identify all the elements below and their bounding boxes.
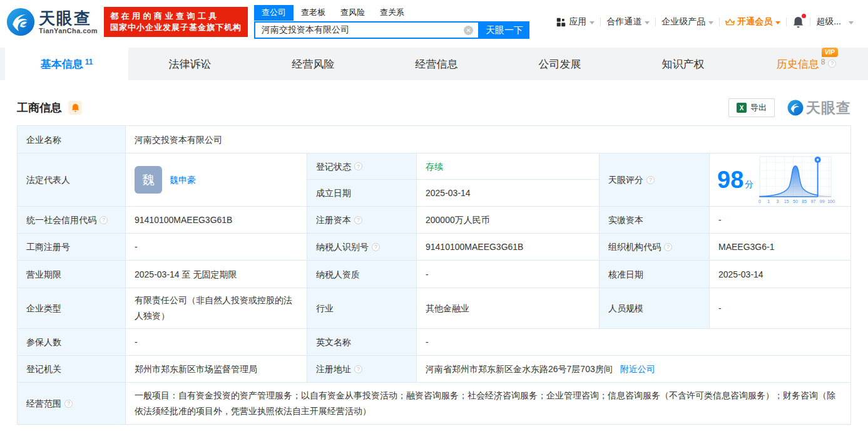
chevron-down-icon: [775, 21, 780, 24]
field-label-reg-status: 登记状态 ?: [307, 153, 417, 180]
field-label-org-code: 组织机构代码 ?: [600, 234, 710, 261]
field-value-business-term: 2025-03-14 至 无固定期限: [126, 261, 307, 288]
nearby-companies-link[interactable]: 附近公司: [620, 361, 655, 376]
help-icon[interactable]: ?: [354, 365, 362, 373]
tab-risk[interactable]: 经营风险: [252, 48, 375, 80]
tianyancha-swirl-icon: [787, 100, 804, 116]
field-value-credit-code: 91410100MAEEG3G61B: [126, 207, 307, 234]
field-label-insured-count: 参保人数: [18, 329, 126, 356]
tab-development[interactable]: 公司发展: [498, 48, 621, 80]
field-label-score: 天眼评分 ?: [600, 153, 710, 207]
tab-operation-label: 经营信息: [416, 57, 458, 71]
field-label-credit-code: 统一社会信用代码 ?: [18, 207, 126, 234]
field-value-legal-rep: 魏 魏申豪: [126, 153, 307, 207]
svg-text:50: 50: [793, 199, 798, 204]
tab-basic-count: 11: [85, 58, 93, 66]
help-icon[interactable]: ?: [100, 216, 108, 224]
business-scope-label-text: 经营范围: [26, 396, 61, 411]
chevron-down-icon: [645, 21, 650, 24]
tianyancha-logo[interactable]: 天眼查 TianYanCha.com: [6, 8, 98, 36]
help-icon[interactable]: ?: [372, 243, 380, 251]
top-nav: 应用 合作通道 企业级产品 开通会员: [551, 16, 859, 28]
field-label-reg-capital: 注册资本 ?: [307, 207, 417, 234]
tab-ip-label: 知识产权: [662, 57, 705, 71]
field-value-paid-capital: -: [710, 207, 850, 234]
tab-ip[interactable]: 知识产权: [621, 48, 745, 80]
legal-rep-link[interactable]: 魏申豪: [170, 172, 196, 187]
svg-text:99: 99: [820, 199, 825, 204]
field-label-english-name: 英文名称: [307, 329, 417, 356]
field-value-score: 98 分: [710, 153, 850, 207]
main-content: 工商信息 X 导出 天眼查: [0, 98, 868, 425]
clear-search-icon[interactable]: ✕: [464, 26, 473, 35]
nav-partner-label: 合作通道: [606, 16, 641, 28]
notification-bell[interactable]: [787, 16, 810, 28]
tab-legal[interactable]: 法律诉讼: [128, 48, 252, 80]
avatar[interactable]: 魏: [135, 166, 162, 194]
section-title: 工商信息: [17, 100, 62, 115]
nav-account-label: 超级...: [816, 16, 841, 28]
field-label-establish-date: 成立日期: [307, 180, 417, 207]
search-button[interactable]: 天眼一下: [479, 21, 529, 39]
section-header: 工商信息 X 导出 天眼查: [17, 98, 851, 118]
crown-icon: [725, 18, 735, 26]
svg-text:97: 97: [811, 199, 816, 204]
export-label: 导出: [750, 102, 767, 113]
company-tabbar: 基本信息 11 法律诉讼 经营风险 经营信息 公司发展 知识产权 历史信息 8 …: [0, 48, 868, 80]
field-value-taxpayer-id: 91410100MAEEG3G61B: [417, 234, 600, 261]
score-number: 98: [717, 168, 743, 192]
svg-text:1: 1: [768, 199, 770, 204]
tab-history[interactable]: 历史信息 8 ? VIP: [745, 48, 868, 80]
help-icon[interactable]: ?: [664, 243, 672, 251]
brand-slogan-badge: 都在用的商业查询工具 国家中小企业发展子基金旗下机构: [104, 7, 248, 37]
field-value-reg-capital: 200000万人民币: [417, 207, 600, 234]
help-icon[interactable]: ?: [354, 162, 362, 170]
help-icon[interactable]: ?: [646, 176, 655, 184]
field-value-establish-date: 2025-03-14: [417, 180, 600, 207]
tab-basic-info[interactable]: 基本信息 11: [5, 48, 128, 80]
score-label-text: 天眼评分: [608, 172, 643, 187]
nav-enterprise-product[interactable]: 企业级产品: [656, 16, 719, 28]
search-tab-risk[interactable]: 查风险: [333, 5, 372, 21]
search-area: 查公司 查老板 查风险 查关系 ✕ 天眼一下: [254, 5, 529, 39]
nav-account-menu[interactable]: 超级...: [810, 16, 859, 28]
nav-vip-label: 开通会员: [737, 16, 772, 28]
chevron-down-icon: [590, 21, 595, 24]
help-icon[interactable]: ?: [64, 400, 73, 408]
tianyancha-company-page: 天眼查 TianYanCha.com 都在用的商业查询工具 国家中小企业发展子基…: [0, 0, 868, 431]
search-tab-relation[interactable]: 查关系: [372, 5, 412, 21]
field-label-reg-address: 注册地址 ?: [307, 356, 417, 383]
svg-text:85: 85: [802, 199, 807, 204]
slogan-line2: 国家中小企业发展子基金旗下机构: [110, 22, 242, 33]
field-value-reg-address: 河南省郑州市郑东新区金水东路26号7层703房间 附近公司: [417, 356, 850, 383]
org-code-label-text: 组织机构代码: [608, 239, 661, 254]
nav-partner-channel[interactable]: 合作通道: [601, 16, 655, 28]
search-box: ✕: [254, 21, 479, 39]
search-tab-company[interactable]: 查公司: [254, 5, 294, 21]
logo-domain: TianYanCha.com: [39, 27, 98, 34]
field-value-insured-count: -: [126, 329, 307, 356]
chevron-down-icon: [708, 21, 713, 24]
nav-open-vip[interactable]: 开通会员: [720, 16, 786, 28]
nav-apps[interactable]: 应用: [551, 16, 600, 28]
help-icon[interactable]: ?: [828, 60, 836, 68]
score-distribution-chart[interactable]: 0131550859799100: [757, 154, 836, 205]
field-label-taxpayer-quality: 纳税人资质: [307, 261, 417, 288]
field-label-staff-size: 人员规模: [600, 288, 710, 329]
reg-capital-label-text: 注册资本: [316, 212, 351, 227]
field-value-taxpayer-quality: -: [417, 261, 600, 288]
tab-history-count: 8: [821, 58, 825, 66]
subscribe-bell-button[interactable]: [68, 101, 82, 115]
help-icon[interactable]: ?: [354, 216, 362, 224]
search-input[interactable]: [262, 25, 464, 35]
tab-operation[interactable]: 经营信息: [375, 48, 498, 80]
search-tab-boss[interactable]: 查老板: [294, 5, 333, 21]
header: 天眼查 TianYanCha.com 都在用的商业查询工具 国家中小企业发展子基…: [0, 0, 868, 44]
taxpayer-id-label-text: 纳税人识别号: [316, 239, 369, 254]
field-label-business-term: 营业期限: [18, 261, 126, 288]
field-label-business-scope: 经营范围 ?: [18, 383, 126, 424]
reg-address-label-text: 注册地址: [316, 361, 351, 376]
watermark-text: 天眼查: [806, 98, 851, 118]
export-button[interactable]: X 导出: [728, 98, 775, 117]
field-label-reg-authority: 登记机关: [18, 356, 126, 383]
